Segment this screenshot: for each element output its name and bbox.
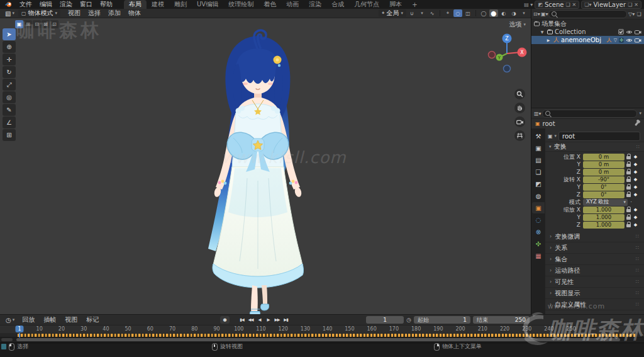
topbar-menu-item[interactable]: 文件 [16,0,36,9]
tool-transform[interactable]: ◎ [3,91,16,103]
snap-settings-icon[interactable]: ▾ [418,9,426,17]
previous-keyframe-button[interactable]: ◀◀ [247,315,255,324]
zoom-icon[interactable] [514,89,525,99]
keyframe-icon[interactable]: ◆ [632,207,639,212]
shading-wireframe-icon[interactable]: ◯ [479,9,488,17]
camera-view-icon[interactable] [514,116,525,127]
value-field[interactable]: 0° [583,184,625,191]
viewport-menu-item[interactable]: 物体 [125,9,145,18]
topbar-menu-item[interactable]: 窗口 [76,0,96,9]
tool-cursor[interactable]: ⊕ [3,41,16,53]
tab-render[interactable]: ▣ [532,142,545,154]
screen-layout-icon[interactable]: ▤ ▾ [524,2,533,8]
viewport-menu-item[interactable]: 选择 [84,9,104,18]
close-scene-icon[interactable]: ✕ [572,2,577,8]
tab-physics[interactable]: ◌ [532,214,545,225]
playhead[interactable]: 1 [15,326,23,332]
expand-icon[interactable]: ▼ [539,30,545,34]
keyframe-icon[interactable]: ◆ [632,177,639,182]
value-field[interactable]: 1.000 [583,207,625,213]
tab-scene[interactable]: ◩ [532,178,545,190]
new-view-layer-icon[interactable]: ❏ [628,2,632,8]
tool-measure[interactable]: ∠ [3,116,16,128]
workspace-tab[interactable]: 合成 [326,0,349,9]
play-reverse-button[interactable]: ◀ [255,315,264,324]
new-scene-icon[interactable]: ❏ [565,2,570,8]
workspace-tab[interactable]: 着色 [258,0,281,9]
outliner-row-scene-collection[interactable]: 场景集合 [531,20,644,28]
keyframe-icon[interactable]: ◆ [632,192,639,197]
filter-funnel-icon[interactable]: ▽▾ [628,11,635,17]
tab-texture[interactable]: ▦ [532,250,545,261]
tool-options-button[interactable]: 选项 ▾ [509,20,526,29]
value-field[interactable]: -90° [583,176,625,183]
viewport-menu-item[interactable]: 添加 [104,9,125,18]
tool-add-cube[interactable]: ⊞ [3,129,16,141]
timeline-editor-type-button[interactable]: ◷▾ [3,315,17,324]
filter-objects-icon[interactable]: ▣▾ [541,11,547,17]
new-collection-icon[interactable]: ❏ [636,11,642,17]
value-field[interactable]: XYZ 欧拉▾ [583,199,628,206]
workspace-tab[interactable]: 雕刻 [169,0,192,9]
keyframe-icon[interactable]: ◆ [632,184,639,190]
panel-collapsed[interactable]: ›变换微调∷ [545,231,644,242]
hide-eye-icon[interactable] [626,38,633,43]
value-field[interactable]: 1.000 [583,222,625,229]
expand-icon[interactable]: ▶ [545,38,552,42]
pose-badge-icon[interactable]: 人 [607,37,612,43]
shading-solid-icon[interactable]: ⬤ [489,9,498,17]
timeline-menu-markers[interactable]: 标记 [82,315,103,324]
workspace-tab[interactable]: 渲染 [304,0,326,9]
scene-selector[interactable]: ◩ Scene ❏ ✕ [535,1,579,9]
workspace-tab[interactable]: 脚本 [384,0,407,9]
panel-collapsed[interactable]: ›集合∷ [545,254,644,265]
workspace-tab[interactable]: UV编辑 [192,0,223,9]
tool-rotate[interactable]: ↻ [3,66,16,78]
display-mode-icon[interactable]: ⊟▾ [533,11,540,17]
snap-magnet-icon[interactable]: ∪ [408,9,416,17]
shading-dropdown-icon[interactable]: ▾ [519,9,528,17]
select-mode-extend-icon[interactable]: ⊞ [24,20,32,28]
lock-icon[interactable] [626,186,631,190]
lock-icon[interactable] [626,209,631,212]
timeline-menu-keying[interactable]: 插帧 [40,315,60,324]
value-field[interactable]: 0 m [583,161,625,168]
timeline-menu-view[interactable]: 视图 [61,315,81,324]
xray-toggle-icon[interactable]: ◫ [464,9,472,17]
perspective-toggle-icon[interactable] [514,130,525,141]
lock-icon[interactable] [626,164,631,167]
workspace-tab[interactable]: 几何节点 [349,0,384,9]
tab-view-layer[interactable]: ❏ [532,166,545,178]
viewport-menu-item[interactable]: 视图 [64,9,84,18]
animation-badge-icon[interactable]: ✣ [619,38,624,43]
lock-icon[interactable] [626,224,631,227]
workspace-tab[interactable]: 建模 [147,0,169,9]
properties-search-input[interactable] [542,110,637,118]
keyframe-icon[interactable]: ◆ [632,169,639,174]
panel-collapsed[interactable]: ›可见性∷ [545,276,644,288]
scrollbar-thumb[interactable] [16,338,620,341]
keyframe-icon[interactable]: ◆ [632,162,639,167]
tool-scale[interactable]: ⤢ [3,79,16,91]
workspace-tab[interactable]: 纹理绘制 [223,0,258,9]
frame-start-field[interactable]: 起始1 [414,316,470,324]
keyframe-icon[interactable]: ◆ [632,222,639,227]
object-name-field[interactable]: root [558,132,640,141]
workspace-tab[interactable]: 布局 [124,0,147,9]
frame-end-field[interactable]: 结束250 [473,316,530,324]
tab-object[interactable]: ▣ [532,202,545,213]
add-workspace-button[interactable]: + [408,1,421,8]
show-gizmo-icon[interactable]: ⌖ [443,9,452,17]
panel-collapsed[interactable]: ›视图显示∷ [545,288,644,299]
lock-icon[interactable] [626,194,631,197]
transform-orientation-select[interactable]: ⌖ 全局 ▾ [379,9,406,17]
outliner-search-input[interactable] [548,10,627,18]
jump-to-end-button[interactable]: ▶▮ [282,315,290,324]
disable-render-camera-icon[interactable] [635,30,641,35]
tab-world[interactable]: ◍ [532,190,545,201]
value-field[interactable]: 0 m [583,169,625,176]
tab-constraints[interactable]: ⊗ [532,226,545,237]
panel-collapsed[interactable]: ›自定义属性∷ [545,299,644,310]
mode-select[interactable]: ▢ 物体模式 ▾ [18,9,60,17]
data-badge-icon[interactable]: ▽ [614,38,617,43]
